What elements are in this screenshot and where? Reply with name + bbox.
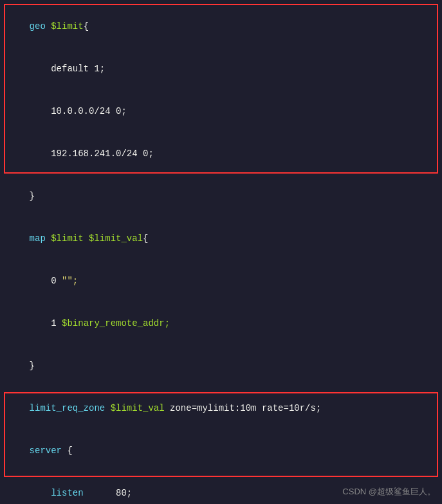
code-line-2: default 1;	[8, 48, 434, 90]
code-line-6: map $limit $limit_val{	[8, 217, 434, 260]
code-line-9: }	[8, 345, 434, 387]
code-line-1: geo $limit{	[8, 5, 434, 48]
code-editor: geo $limit{ default 1; 10.0.0.0/24 0; 19…	[0, 0, 442, 504]
code-line-4: 192.168.241.0/24 0;	[8, 132, 434, 175]
code-line-5: }	[8, 175, 434, 217]
code-line-3: 10.0.0.0/24 0;	[8, 90, 434, 132]
watermark: CSDN @超级鲨鱼巨人。	[342, 486, 436, 498]
code-line-11: server {	[8, 429, 434, 472]
code-line-10: limit_req_zone $limit_val zone=mylimit:1…	[8, 387, 434, 429]
code-line-8: 1 $binary_remote_addr;	[8, 302, 434, 345]
code-line-7: 0 "";	[8, 260, 434, 302]
